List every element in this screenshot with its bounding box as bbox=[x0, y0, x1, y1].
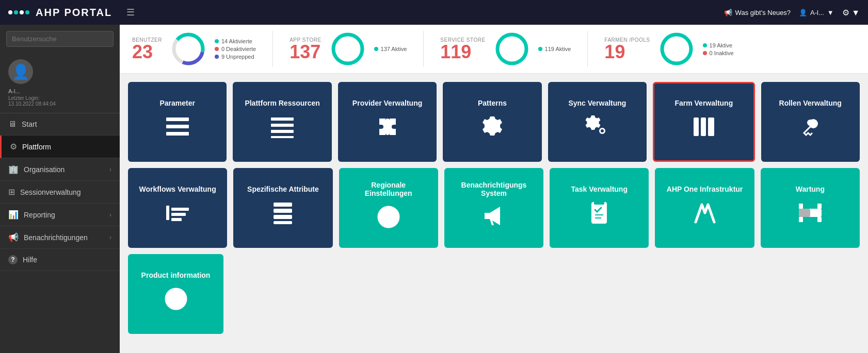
svg-rect-38 bbox=[594, 201, 604, 205]
tile-spezifische-attribute[interactable]: Spezifische Attribute bbox=[233, 168, 332, 248]
search-input[interactable] bbox=[6, 31, 114, 47]
tile-label-provider-verwaltung: Provider Verwaltung bbox=[352, 99, 422, 107]
tile-task-verwaltung[interactable]: Task Verwaltung bbox=[550, 168, 649, 248]
benutzer-number: 23 bbox=[132, 43, 162, 61]
tile-rollen-verwaltung[interactable]: Rollen Verwaltung bbox=[761, 82, 860, 162]
dot4 bbox=[25, 10, 29, 14]
user-profile: 👤 A-l... Letzter Login: 13.10.2022 08:44… bbox=[0, 53, 120, 113]
stat-benutzer: BENUTZER 23 14 Aktivierte 0 Deaktivierte… bbox=[132, 31, 273, 67]
checklist-icon bbox=[586, 199, 613, 231]
svg-rect-43 bbox=[799, 217, 803, 222]
svg-rect-11 bbox=[271, 130, 294, 133]
last-login-label: Letzter Login: bbox=[8, 95, 40, 101]
gears-icon bbox=[584, 113, 610, 145]
tile-patterns[interactable]: Patterns bbox=[443, 82, 541, 162]
sidebar-item-organisation[interactable]: 🏢 Organisation › bbox=[0, 158, 120, 181]
svg-point-14 bbox=[601, 129, 604, 132]
tile-wartung[interactable]: Wartung bbox=[761, 168, 860, 248]
gear-icon: ⚙ ▼ bbox=[842, 8, 860, 17]
svg-rect-26 bbox=[274, 215, 292, 219]
chevron-right-icon: › bbox=[109, 166, 111, 173]
svg-rect-17 bbox=[708, 117, 714, 136]
svg-rect-23 bbox=[171, 218, 182, 221]
sidebar-label-start: Start bbox=[22, 120, 37, 128]
servicestore-legend: 119 Aktive bbox=[538, 46, 571, 52]
news-button[interactable]: 📢 Was gibt's Neues? bbox=[724, 9, 791, 16]
sidebar-user-name: A-l... bbox=[8, 88, 20, 94]
tile-label-sync-verwaltung: Sync Verwaltung bbox=[568, 99, 626, 107]
sidebar-label-reporting: Reporting bbox=[24, 211, 55, 219]
svg-point-19 bbox=[807, 120, 813, 126]
question-icon: ? bbox=[8, 255, 18, 264]
svg-rect-44 bbox=[817, 217, 822, 222]
sidebar-item-sessionverwaltung[interactable]: ⊞ Sessionverwaltung bbox=[0, 181, 120, 204]
tile-regionale-einstellungen[interactable]: Regionale Einstellungen bbox=[339, 168, 438, 248]
sidebar-item-hilfe[interactable]: ? Hilfe bbox=[0, 249, 120, 271]
tile-parameter[interactable]: Parameter bbox=[128, 82, 227, 162]
benutzer-donut bbox=[170, 31, 206, 67]
tile-plattform-ressourcen[interactable]: Plattform Ressourcen bbox=[233, 82, 331, 162]
user-button[interactable]: 👤 A-l... ▼ bbox=[799, 9, 834, 16]
tile-product-information[interactable]: Product information bbox=[128, 254, 223, 334]
chevron-down-icon: ▼ bbox=[827, 9, 834, 16]
sidebar-label-organisation: Organisation bbox=[24, 165, 65, 174]
hamburger-menu[interactable]: ☰ bbox=[126, 7, 135, 18]
logo-dots bbox=[8, 10, 29, 14]
farmenpools-number: 19 bbox=[604, 43, 650, 61]
grid-row-2: Workflows Verwaltung Spezifische Attribu… bbox=[128, 168, 860, 248]
sidebar-item-start[interactable]: 🖥 Start bbox=[0, 113, 120, 136]
farmenpools-legend: 19 Aktive 0 Inaktive bbox=[703, 42, 734, 56]
tile-benachrichtigungs-system[interactable]: Benachrichtigungs System bbox=[444, 168, 543, 248]
svg-rect-10 bbox=[271, 124, 294, 127]
grid-row-3: Product information bbox=[128, 254, 860, 334]
svg-rect-15 bbox=[694, 117, 699, 136]
tile-label-patterns: Patterns bbox=[478, 99, 507, 107]
svg-rect-41 bbox=[799, 204, 803, 209]
sidebar-label-hilfe: Hilfe bbox=[23, 256, 37, 264]
sidebar-label-plattform: Plattform bbox=[22, 143, 51, 151]
svg-rect-33 bbox=[485, 215, 490, 219]
tile-workflows-verwaltung[interactable]: Workflows Verwaltung bbox=[128, 168, 227, 248]
gear-icon-tile bbox=[479, 113, 506, 145]
dot-red bbox=[215, 47, 219, 51]
list-icon bbox=[164, 113, 191, 145]
sidebar-label-sessionverwaltung: Sessionverwaltung bbox=[20, 188, 81, 196]
servicestore-number: 119 bbox=[440, 43, 485, 61]
tile-farm-verwaltung[interactable]: Farm Verwaltung bbox=[653, 82, 754, 162]
grid-icon: ⊞ bbox=[8, 187, 15, 197]
sidebar-item-benachrichtigungen[interactable]: 📢 Benachrichtigungen › bbox=[0, 226, 120, 249]
last-login-date: 13.10.2022 08:44:04 bbox=[8, 101, 56, 107]
tile-label-workflows: Workflows Verwaltung bbox=[139, 185, 216, 193]
nav-left: AHP PORTAL ☰ bbox=[8, 7, 135, 19]
svg-point-47 bbox=[175, 293, 177, 295]
tile-ahp-one-infrastruktur[interactable]: AHP One Infrastruktur bbox=[655, 168, 754, 248]
globe-icon bbox=[375, 204, 402, 236]
tile-label-plattform-ressourcen: Plattform Ressourcen bbox=[245, 99, 319, 107]
svg-rect-42 bbox=[817, 204, 822, 209]
svg-rect-12 bbox=[271, 136, 294, 138]
svg-rect-34 bbox=[592, 203, 606, 223]
stat-farmenpools: FARMEN /POOLS 19 19 Aktive 0 Inaktive bbox=[604, 31, 750, 67]
dot-teal-3 bbox=[538, 47, 542, 51]
chevron-right-icon-2: › bbox=[109, 211, 111, 218]
tile-sync-verwaltung[interactable]: Sync Verwaltung bbox=[548, 82, 647, 162]
key-user-icon bbox=[797, 113, 824, 145]
stat-appstore: APP STORE 137 137 Aktive bbox=[290, 31, 424, 67]
stats-bar: BENUTZER 23 14 Aktivierte 0 Deaktivierte… bbox=[120, 25, 868, 74]
sidebar-item-reporting[interactable]: 📊 Reporting › bbox=[0, 204, 120, 226]
svg-point-5 bbox=[662, 35, 691, 63]
settings-button[interactable]: ⚙ ▼ bbox=[842, 8, 860, 18]
svg-rect-9 bbox=[271, 117, 294, 121]
svg-rect-27 bbox=[274, 221, 292, 224]
avatar-icon: 👤 bbox=[12, 63, 30, 80]
dot-red-2 bbox=[703, 51, 707, 55]
sidebar-item-plattform[interactable]: ⚙ Plattform bbox=[0, 136, 120, 158]
tile-label-ahp-one: AHP One Infrastruktur bbox=[667, 185, 743, 193]
tile-label-parameter: Parameter bbox=[159, 99, 195, 107]
tile-provider-verwaltung[interactable]: Provider Verwaltung bbox=[338, 82, 437, 162]
tile-label-product-info: Product information bbox=[141, 271, 211, 279]
barrier-icon bbox=[797, 199, 824, 231]
books-icon bbox=[690, 113, 717, 145]
dot2 bbox=[14, 10, 18, 14]
dot-teal bbox=[215, 39, 219, 43]
